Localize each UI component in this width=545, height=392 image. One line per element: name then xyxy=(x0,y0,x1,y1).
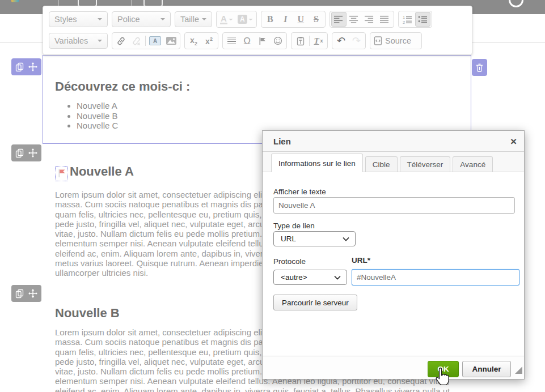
anchor-flag-button[interactable] xyxy=(255,33,270,48)
link-type-value: URL xyxy=(281,235,296,243)
background-color-button[interactable]: A xyxy=(235,12,255,27)
variables-dropdown[interactable]: Variables xyxy=(49,33,108,49)
strikethrough-button[interactable]: S xyxy=(309,12,324,27)
cancel-button[interactable]: Annuler xyxy=(462,361,511,377)
display-text-input[interactable] xyxy=(273,197,515,214)
align-right-button[interactable] xyxy=(362,12,377,27)
bullet-list-icon xyxy=(418,15,427,24)
flag-icon xyxy=(258,37,267,45)
chevron-down-icon xyxy=(202,18,206,20)
display-text-label: Afficher le texte xyxy=(273,188,326,196)
tab-target[interactable]: Cible xyxy=(365,156,398,172)
list-item[interactable]: Nouvelle C xyxy=(77,121,118,131)
move-block-icon[interactable] xyxy=(28,289,37,298)
remove-format-button[interactable]: Tx xyxy=(311,33,326,48)
list-item[interactable]: Nouvelle B xyxy=(77,111,118,121)
variables-dropdown-label: Variables xyxy=(54,36,88,45)
justify-button[interactable] xyxy=(377,12,392,27)
bullet-list-button[interactable] xyxy=(415,12,430,27)
svg-text:2: 2 xyxy=(403,20,405,24)
horizontal-rule-button[interactable] xyxy=(224,33,239,48)
color-button-group: A A xyxy=(216,11,257,28)
horizontal-rule-icon xyxy=(227,36,236,45)
insert-group: Ω xyxy=(222,32,287,49)
block1-list[interactable]: Nouvelle A Nouvelle B Nouvelle C xyxy=(43,101,118,131)
block1-drag-handle[interactable] xyxy=(11,58,41,75)
align-center-button[interactable] xyxy=(347,12,362,27)
image-icon xyxy=(166,37,176,45)
align-left-button[interactable] xyxy=(331,12,347,27)
source-button-label: Source xyxy=(385,36,411,45)
url-label: URL* xyxy=(352,256,370,265)
protocol-label: Protocole xyxy=(273,257,306,266)
link-group: A xyxy=(112,32,180,49)
numbered-list-button[interactable]: 1 2 xyxy=(400,12,415,27)
browse-server-button[interactable]: Parcourir le serveur xyxy=(273,295,357,310)
strikethrough-icon: S xyxy=(314,15,319,24)
duplicate-block-icon[interactable] xyxy=(15,62,24,72)
bold-button[interactable]: B xyxy=(263,12,278,27)
unlink-button[interactable] xyxy=(129,33,144,48)
duplicate-block-icon[interactable] xyxy=(15,289,24,299)
duplicate-block-icon[interactable] xyxy=(15,148,24,158)
history-group: ↶ ↷ xyxy=(332,32,366,49)
source-code-icon xyxy=(374,36,382,45)
link-type-label: Type de lien xyxy=(273,221,315,230)
chevron-down-icon xyxy=(343,237,349,241)
styles-dropdown[interactable]: Styles xyxy=(49,11,108,27)
anchor-icon: A xyxy=(149,36,161,45)
text-color-button[interactable]: A xyxy=(218,12,235,27)
delete-block-button[interactable] xyxy=(472,59,487,76)
account-icon[interactable] xyxy=(509,0,523,7)
protocol-value: <autre> xyxy=(281,273,307,282)
paste-text-icon xyxy=(296,36,305,46)
dialog-titlebar[interactable]: Lien × xyxy=(263,131,524,152)
omega-icon: Ω xyxy=(243,36,251,46)
bold-icon: B xyxy=(267,15,273,24)
block3-drag-handle[interactable] xyxy=(11,285,41,302)
group-separator xyxy=(309,36,310,46)
close-icon[interactable]: × xyxy=(510,131,517,152)
subscript-button[interactable]: x2 xyxy=(186,33,201,48)
underline-button[interactable]: U xyxy=(293,12,309,27)
chevron-down-icon xyxy=(248,19,253,20)
link-button[interactable] xyxy=(113,33,129,48)
remove-format-icon: T xyxy=(314,36,319,46)
anchor-button[interactable]: A xyxy=(147,33,163,48)
block3-heading[interactable]: Nouvelle B xyxy=(55,306,120,321)
block2-drag-handle[interactable] xyxy=(11,144,41,161)
tab-upload[interactable]: Téléverser xyxy=(400,156,451,172)
superscript-button[interactable]: x2 xyxy=(201,33,217,48)
smiley-button[interactable] xyxy=(270,33,285,48)
tab-advanced[interactable]: Avancé xyxy=(453,156,493,172)
script-group: x2 x2 xyxy=(184,32,218,49)
protocol-select[interactable]: <autre> xyxy=(273,270,347,285)
list-item[interactable]: Nouvelle A xyxy=(77,101,118,111)
anchor-flag-marker[interactable] xyxy=(55,166,68,181)
chevron-down-icon xyxy=(98,40,102,42)
undo-button[interactable]: ↶ xyxy=(333,33,349,48)
special-char-button[interactable]: Ω xyxy=(239,33,255,48)
move-block-icon[interactable] xyxy=(28,62,37,71)
justify-icon xyxy=(380,15,389,24)
source-button[interactable]: Source xyxy=(371,33,420,48)
image-button[interactable] xyxy=(163,33,179,48)
block1-heading[interactable]: Découvrez ce mois-ci : xyxy=(55,79,190,94)
move-block-icon[interactable] xyxy=(28,148,37,157)
align-right-icon xyxy=(365,15,374,24)
link-type-select[interactable]: URL xyxy=(273,231,356,246)
paste-text-button[interactable] xyxy=(293,33,308,48)
size-dropdown[interactable]: Taille xyxy=(175,11,212,27)
background-color-icon: A xyxy=(238,15,247,24)
block2-heading[interactable]: Nouvelle A xyxy=(55,164,134,181)
font-dropdown[interactable]: Police xyxy=(112,11,171,27)
resize-grip[interactable] xyxy=(515,367,522,374)
font-dropdown-label: Police xyxy=(117,15,140,24)
italic-button[interactable]: I xyxy=(278,12,293,27)
url-input[interactable] xyxy=(352,269,519,286)
text-style-group: B I U S xyxy=(261,11,326,28)
tab-link-info[interactable]: Informations sur le lien xyxy=(271,154,363,172)
alignment-group xyxy=(329,11,394,28)
redo-button[interactable]: ↷ xyxy=(349,33,364,48)
chevron-down-icon xyxy=(334,275,341,280)
